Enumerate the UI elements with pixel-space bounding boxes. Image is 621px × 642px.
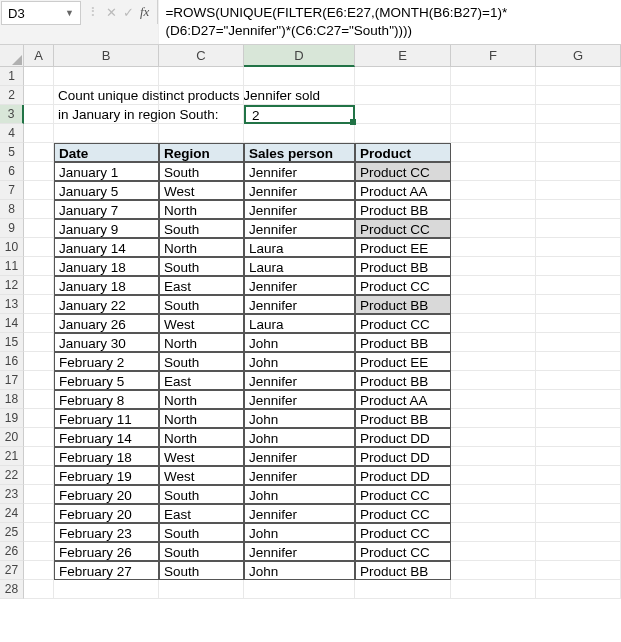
cell-G25[interactable] — [536, 523, 621, 542]
cell-A21[interactable] — [24, 447, 54, 466]
cell-F28[interactable] — [451, 580, 536, 599]
cell-A1[interactable] — [24, 67, 54, 86]
cell-F13[interactable] — [451, 295, 536, 314]
row-header-20[interactable]: 20 — [0, 428, 24, 447]
cell-G21[interactable] — [536, 447, 621, 466]
cell-F2[interactable] — [451, 86, 536, 105]
cell-A27[interactable] — [24, 561, 54, 580]
row-header-10[interactable]: 10 — [0, 238, 24, 257]
cell-A24[interactable] — [24, 504, 54, 523]
cell-C1[interactable] — [159, 67, 244, 86]
cell-G8[interactable] — [536, 200, 621, 219]
cell-A16[interactable] — [24, 352, 54, 371]
cell-A5[interactable] — [24, 143, 54, 162]
cell-F16[interactable] — [451, 352, 536, 371]
formula-bar[interactable]: =ROWS(UNIQUE(FILTER(E6:E27,(MONTH(B6:B27… — [158, 0, 621, 44]
cell-G14[interactable] — [536, 314, 621, 333]
cell-F9[interactable] — [451, 219, 536, 238]
cell-F27[interactable] — [451, 561, 536, 580]
cell-A14[interactable] — [24, 314, 54, 333]
name-box-dropdown-icon[interactable]: ▼ — [65, 8, 74, 18]
cell-F4[interactable] — [451, 124, 536, 143]
cell-A20[interactable] — [24, 428, 54, 447]
cell-A28[interactable] — [24, 580, 54, 599]
cell-F11[interactable] — [451, 257, 536, 276]
row-header-26[interactable]: 26 — [0, 542, 24, 561]
cell-F6[interactable] — [451, 162, 536, 181]
cell-B4[interactable] — [54, 124, 159, 143]
row-header-22[interactable]: 22 — [0, 466, 24, 485]
row-header-7[interactable]: 7 — [0, 181, 24, 200]
row-header-6[interactable]: 6 — [0, 162, 24, 181]
cell-G10[interactable] — [536, 238, 621, 257]
cell-F25[interactable] — [451, 523, 536, 542]
cell-G9[interactable] — [536, 219, 621, 238]
cell-A18[interactable] — [24, 390, 54, 409]
cell-G2[interactable] — [536, 86, 621, 105]
cell-C28[interactable] — [159, 580, 244, 599]
cell-E28[interactable] — [355, 580, 451, 599]
cell-A19[interactable] — [24, 409, 54, 428]
cell-G24[interactable] — [536, 504, 621, 523]
row-header-8[interactable]: 8 — [0, 200, 24, 219]
cell-A13[interactable] — [24, 295, 54, 314]
cell-G4[interactable] — [536, 124, 621, 143]
cell-F23[interactable] — [451, 485, 536, 504]
row-header-11[interactable]: 11 — [0, 257, 24, 276]
cell-F17[interactable] — [451, 371, 536, 390]
cell-G15[interactable] — [536, 333, 621, 352]
result-cell[interactable]: 2 — [244, 105, 355, 124]
col-header-C[interactable]: C — [159, 45, 244, 67]
cell-G6[interactable] — [536, 162, 621, 181]
cell-F18[interactable] — [451, 390, 536, 409]
cell-A3[interactable] — [24, 105, 54, 124]
col-header-B[interactable]: B — [54, 45, 159, 67]
row-header-18[interactable]: 18 — [0, 390, 24, 409]
row-header-15[interactable]: 15 — [0, 333, 24, 352]
cell-A8[interactable] — [24, 200, 54, 219]
cell-C4[interactable] — [159, 124, 244, 143]
cell-A22[interactable] — [24, 466, 54, 485]
row-header-23[interactable]: 23 — [0, 485, 24, 504]
cell-F19[interactable] — [451, 409, 536, 428]
cell-G1[interactable] — [536, 67, 621, 86]
row-header-19[interactable]: 19 — [0, 409, 24, 428]
cell-B1[interactable] — [54, 67, 159, 86]
cell-G26[interactable] — [536, 542, 621, 561]
cell-D2[interactable] — [244, 86, 355, 105]
cell-A10[interactable] — [24, 238, 54, 257]
cell-F1[interactable] — [451, 67, 536, 86]
cell-F3[interactable] — [451, 105, 536, 124]
cell-A12[interactable] — [24, 276, 54, 295]
row-header-17[interactable]: 17 — [0, 371, 24, 390]
row-header-4[interactable]: 4 — [0, 124, 24, 143]
cell-G12[interactable] — [536, 276, 621, 295]
cell-A6[interactable] — [24, 162, 54, 181]
accept-icon[interactable]: ✓ — [123, 5, 134, 20]
cell-G20[interactable] — [536, 428, 621, 447]
cell-F15[interactable] — [451, 333, 536, 352]
row-header-5[interactable]: 5 — [0, 143, 24, 162]
cell-G3[interactable] — [536, 105, 621, 124]
cell-G27[interactable] — [536, 561, 621, 580]
row-header-14[interactable]: 14 — [0, 314, 24, 333]
cell-B28[interactable] — [54, 580, 159, 599]
row-header-25[interactable]: 25 — [0, 523, 24, 542]
cell-C2[interactable] — [159, 86, 244, 105]
row-header-2[interactable]: 2 — [0, 86, 24, 105]
select-all-corner[interactable] — [0, 45, 24, 67]
col-header-F[interactable]: F — [451, 45, 536, 67]
cell-G19[interactable] — [536, 409, 621, 428]
col-header-A[interactable]: A — [24, 45, 54, 67]
fx-icon[interactable]: fx — [140, 4, 149, 20]
cell-G16[interactable] — [536, 352, 621, 371]
cells-area[interactable]: Count unique distinct products Jennifer … — [24, 67, 621, 599]
cell-A17[interactable] — [24, 371, 54, 390]
cell-E1[interactable] — [355, 67, 451, 86]
cell-F24[interactable] — [451, 504, 536, 523]
cell-A4[interactable] — [24, 124, 54, 143]
cell-F21[interactable] — [451, 447, 536, 466]
cell-F20[interactable] — [451, 428, 536, 447]
row-header-21[interactable]: 21 — [0, 447, 24, 466]
cell-A9[interactable] — [24, 219, 54, 238]
